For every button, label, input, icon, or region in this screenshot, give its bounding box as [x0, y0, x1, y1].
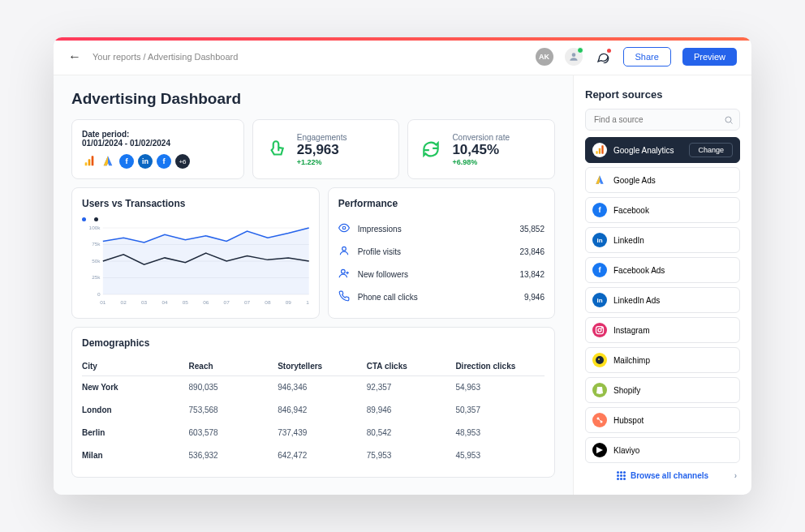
source-icon [592, 143, 607, 157]
perf-value: 23,846 [519, 247, 545, 256]
svg-rect-3 [92, 156, 94, 165]
date-period-card: Date period: 01/01/2024 - 01/02/2024 f i… [71, 119, 244, 179]
source-item[interactable]: Instagram [585, 317, 740, 343]
column-header: Direction clicks [455, 362, 545, 371]
svg-text:75k: 75k [92, 242, 101, 247]
share-button[interactable]: Share [623, 47, 671, 66]
source-list: Google AnalyticsChangeGoogle AdsfFaceboo… [585, 137, 740, 463]
svg-text:0: 0 [97, 291, 101, 297]
person-icon [568, 51, 579, 62]
facebook-ads-icon: f [157, 154, 171, 169]
svg-rect-31 [601, 145, 603, 154]
source-name: LinkedIn [613, 236, 733, 245]
breadcrumb[interactable]: Your reports / Advertising Dashboard [93, 52, 524, 62]
svg-text:25k: 25k [92, 275, 101, 281]
change-button[interactable]: Change [689, 143, 733, 157]
source-item[interactable]: Google Ads [585, 167, 740, 193]
performance-row: Impressions35,852 [338, 217, 545, 240]
source-item[interactable]: Hubspot [585, 407, 740, 433]
source-item[interactable]: Mailchimp [585, 347, 740, 373]
storytellers-cell: 642,472 [278, 451, 367, 460]
source-name: Facebook Ads [613, 266, 733, 275]
source-item[interactable]: Google AnalyticsChange [585, 137, 740, 163]
storytellers-cell: 846,942 [278, 405, 367, 414]
reach-cell: 753,568 [189, 405, 278, 414]
source-name: LinkedIn Ads [613, 296, 733, 305]
conversion-card: Conversion rate 10,45% +6.98% [407, 119, 555, 179]
perf-icon [338, 268, 351, 281]
chat-icon[interactable] [594, 48, 612, 66]
more-sources-badge[interactable]: +6 [175, 154, 190, 169]
perf-value: 35,852 [519, 225, 545, 234]
avatar-user[interactable] [565, 48, 583, 66]
source-name: Google Ads [613, 176, 733, 185]
demographics-card: Demographics CityReachStorytellersCTA cl… [71, 327, 555, 478]
direction-cell: 48,953 [455, 428, 545, 437]
source-item[interactable]: Klaviyo [585, 437, 740, 463]
source-name: Instagram [613, 326, 733, 335]
performance-card: Performance Impressions35,852Profile vis… [328, 187, 555, 319]
svg-point-26 [342, 247, 346, 251]
svg-rect-1 [85, 162, 88, 165]
city-cell: Berlin [82, 428, 189, 437]
svg-point-36 [598, 358, 600, 360]
source-item[interactable]: fFacebook [585, 197, 740, 223]
table-row: Milan536,932642,47275,95345,953 [82, 444, 545, 467]
source-icon: f [592, 263, 607, 277]
svg-rect-29 [596, 151, 597, 154]
performance-row: Profile visits23,846 [338, 240, 545, 263]
svg-point-33 [598, 328, 601, 332]
table-header: CityReachStorytellersCTA clicksDirection… [82, 357, 545, 376]
demographics-title: Demographics [82, 337, 545, 349]
source-item[interactable]: inLinkedIn [585, 227, 740, 253]
demographics-table: CityReachStorytellersCTA clicksDirection… [82, 357, 545, 467]
column-header: City [82, 362, 189, 371]
users-vs-transactions-card: Users vs Transactions 100k75k50k25k00102… [71, 187, 320, 319]
perf-icon [338, 222, 351, 235]
cta-cell: 89,946 [367, 405, 456, 414]
source-icon [592, 353, 607, 367]
chart-area: 100k75k50k25k00102030405060707080910 [82, 225, 309, 306]
browse-all-channels[interactable]: Browse all channels › [585, 463, 740, 482]
source-item[interactable]: Shopify [585, 377, 740, 403]
sidebar-title: Report sources [585, 88, 740, 101]
svg-rect-2 [88, 159, 91, 165]
search-input[interactable] [585, 109, 740, 131]
engagements-change: +1.22% [297, 158, 347, 166]
svg-point-34 [601, 328, 602, 328]
source-icon: f [592, 203, 607, 217]
app-window: ← Your reports / Advertising Dashboard A… [54, 37, 751, 495]
svg-text:07: 07 [244, 299, 251, 305]
preview-button[interactable]: Preview [682, 48, 737, 66]
back-arrow-icon[interactable]: ← [68, 49, 81, 64]
google-ads-icon [101, 154, 115, 169]
conversion-change: +6.98% [452, 158, 510, 166]
chevron-right-icon: › [734, 471, 737, 480]
svg-point-28 [725, 117, 731, 122]
svg-text:04: 04 [161, 299, 168, 305]
page-title: Advertising Dashboard [71, 90, 555, 108]
reach-cell: 536,932 [189, 451, 278, 460]
column-header: CTA clicks [367, 362, 456, 371]
performance-title: Performance [338, 198, 545, 209]
source-icon-strip: f in f +6 [82, 154, 234, 169]
cta-cell: 75,953 [367, 451, 456, 460]
svg-text:03: 03 [141, 299, 148, 305]
date-range: 01/01/2024 - 01/02/2024 [82, 139, 234, 148]
city-cell: London [82, 405, 189, 414]
svg-point-0 [571, 53, 575, 57]
avatar-ak[interactable]: AK [536, 48, 553, 66]
reach-cell: 603,578 [189, 428, 278, 437]
main-column: Advertising Dashboard Date period: 01/01… [54, 75, 573, 495]
source-item[interactable]: fFacebook Ads [585, 257, 740, 283]
conversion-value: 10,45% [452, 142, 510, 158]
perf-value: 13,842 [519, 270, 545, 279]
search-box [585, 109, 740, 131]
chart-title: Users vs Transactions [82, 198, 309, 209]
source-item[interactable]: inLinkedIn Ads [585, 287, 740, 313]
direction-cell: 54,963 [455, 383, 545, 392]
source-name: Shopify [613, 386, 733, 395]
column-header: Reach [189, 362, 278, 371]
svg-text:02: 02 [121, 299, 127, 305]
perf-icon [338, 245, 351, 258]
